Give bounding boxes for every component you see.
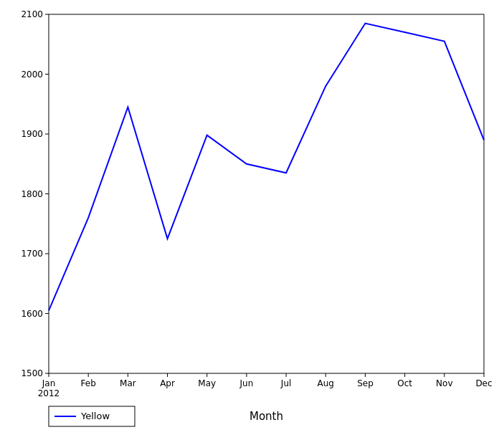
svg-rect-0 [49, 14, 484, 373]
svg-text:Mar: Mar [120, 378, 136, 388]
svg-text:Feb: Feb [81, 378, 96, 388]
svg-text:1500: 1500 [21, 368, 43, 378]
legend-label: Yellow [80, 411, 110, 421]
svg-text:Oct: Oct [397, 378, 412, 388]
svg-text:Nov: Nov [436, 378, 452, 388]
svg-text:Dec: Dec [475, 378, 492, 388]
svg-text:1600: 1600 [21, 309, 43, 319]
svg-text:1800: 1800 [21, 189, 43, 199]
svg-text:Jul: Jul [280, 378, 291, 388]
svg-text:2100: 2100 [21, 9, 43, 19]
svg-text:2000: 2000 [21, 70, 43, 80]
chart-container: 1500160017001800190020002100Jan2012FebMa… [0, 0, 504, 445]
svg-text:1900: 1900 [21, 129, 43, 139]
svg-text:Sep: Sep [357, 378, 374, 388]
svg-text:Apr: Apr [160, 378, 175, 388]
svg-text:1700: 1700 [21, 249, 43, 259]
chart-svg: 1500160017001800190020002100Jan2012FebMa… [0, 0, 504, 445]
x-axis-label: Month [249, 410, 283, 423]
svg-text:Jan: Jan [42, 378, 56, 388]
svg-text:Aug: Aug [318, 378, 334, 388]
svg-text:2012: 2012 [38, 388, 60, 398]
svg-text:Jun: Jun [239, 378, 254, 388]
svg-text:May: May [198, 378, 216, 388]
